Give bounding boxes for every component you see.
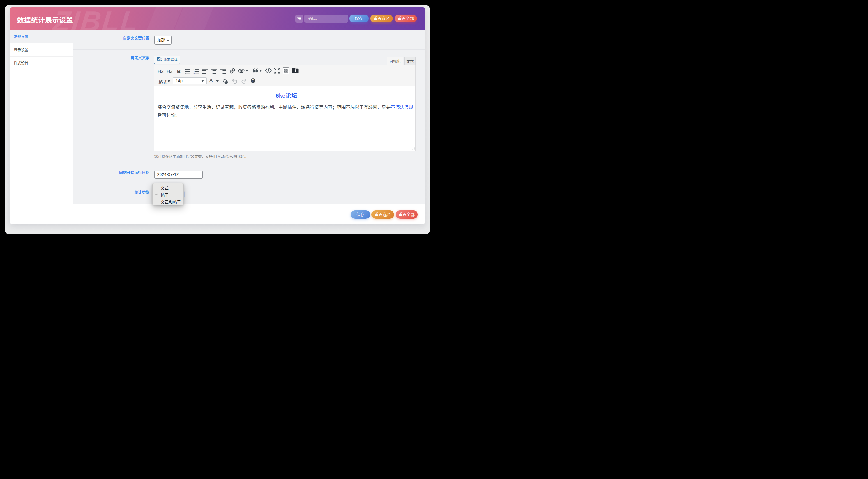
svg-text:3: 3 — [193, 72, 194, 74]
